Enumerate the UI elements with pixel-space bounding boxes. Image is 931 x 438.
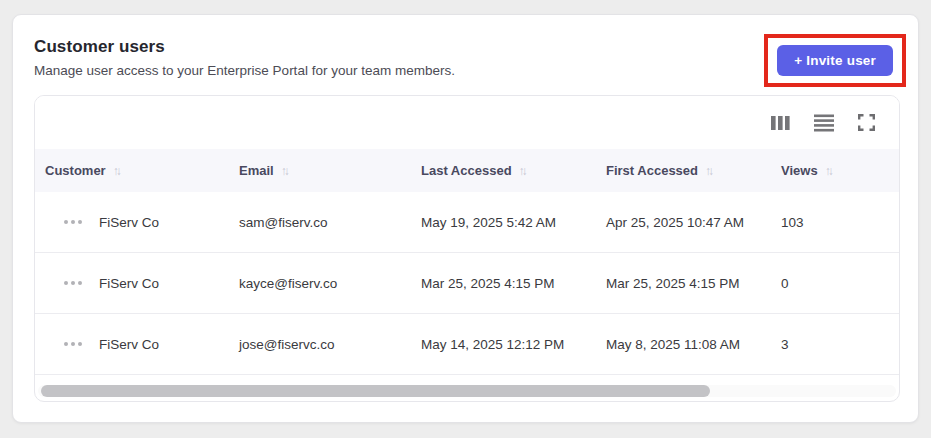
row-density-icon[interactable] [814, 114, 834, 132]
column-header-last-accessed[interactable]: Last Accessed ↑↓ [409, 163, 594, 178]
table-toolbar [35, 96, 899, 149]
users-table: Customer ↑↓ Email ↑↓ Last Accessed ↑↓ Fi… [34, 95, 900, 402]
sort-icon[interactable]: ↑↓ [825, 164, 834, 178]
table-row: FiServ Co kayce@fiserv.co Mar 25, 2025 4… [35, 253, 899, 314]
sort-icon[interactable]: ↑↓ [519, 164, 528, 178]
invite-user-button[interactable]: + Invite user [777, 45, 893, 76]
first-accessed-cell: May 8, 2025 11:08 AM [594, 337, 769, 352]
column-header-views[interactable]: Views ↑↓ [769, 163, 899, 178]
views-cell: 3 [769, 337, 899, 352]
sort-icon[interactable]: ↑↓ [281, 164, 290, 178]
column-header-customer[interactable]: Customer ↑↓ [35, 163, 227, 178]
column-view-icon[interactable] [771, 114, 790, 132]
table-row: FiServ Co jose@fiservc.co May 14, 2025 1… [35, 314, 899, 375]
column-header-email[interactable]: Email ↑↓ [227, 163, 409, 178]
table-header-row: Customer ↑↓ Email ↑↓ Last Accessed ↑↓ Fi… [35, 149, 899, 192]
horizontal-scrollbar [35, 382, 899, 401]
fullscreen-icon[interactable] [858, 114, 875, 131]
views-cell: 103 [769, 215, 899, 230]
column-header-first-accessed[interactable]: First Accessed ↑↓ [594, 163, 769, 178]
email-cell: sam@fiserv.co [227, 215, 409, 230]
last-accessed-cell: May 19, 2025 5:42 AM [409, 215, 594, 230]
table-row: FiServ Co sam@fiserv.co May 19, 2025 5:4… [35, 192, 899, 253]
sort-icon[interactable]: ↑↓ [705, 164, 714, 178]
sort-icon[interactable]: ↑↓ [113, 164, 122, 178]
scrollbar-track[interactable] [38, 385, 896, 397]
first-accessed-cell: Apr 25, 2025 10:47 AM [594, 215, 769, 230]
views-cell: 0 [769, 276, 899, 291]
customer-cell: FiServ Co [99, 276, 159, 291]
email-cell: kayce@fiserv.co [227, 276, 409, 291]
customer-cell: FiServ Co [99, 215, 159, 230]
first-accessed-cell: Mar 25, 2025 4:15 PM [594, 276, 769, 291]
last-accessed-cell: Mar 25, 2025 4:15 PM [409, 276, 594, 291]
last-accessed-cell: May 14, 2025 12:12 PM [409, 337, 594, 352]
row-menu-icon[interactable] [64, 338, 82, 350]
row-menu-icon[interactable] [64, 277, 82, 289]
email-cell: jose@fiservc.co [227, 337, 409, 352]
customer-users-panel: Customer users Manage user access to you… [12, 14, 919, 423]
customer-cell: FiServ Co [99, 337, 159, 352]
scrollbar-thumb[interactable] [41, 385, 710, 397]
invite-button-highlight-box: + Invite user [764, 34, 906, 87]
row-menu-icon[interactable] [64, 216, 82, 228]
